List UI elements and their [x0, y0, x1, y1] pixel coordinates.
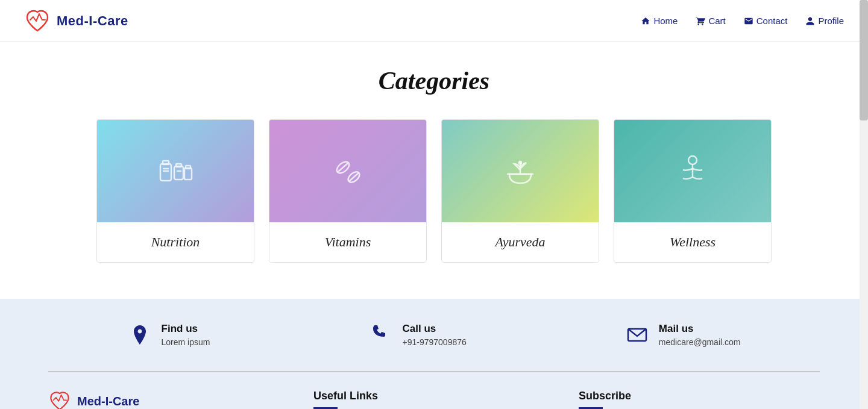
footer-links-col: Useful Links Home About Services Portfol… — [313, 390, 555, 409]
logo-link[interactable]: Med-I-Care — [24, 8, 128, 34]
scrollbar-thumb[interactable] — [860, 0, 868, 120]
category-card-vitamins[interactable]: Vitamins — [269, 119, 427, 263]
contact-callus: Call us +91-9797009876 — [369, 323, 467, 347]
location-icon — [128, 323, 152, 347]
svg-rect-2 — [174, 166, 183, 180]
vitamins-label: Vitamins — [269, 222, 426, 262]
svg-rect-4 — [184, 168, 192, 180]
logo-icon — [24, 8, 51, 34]
phone-icon — [369, 323, 393, 347]
categories-title: Categories — [96, 66, 772, 95]
category-image-ayurveda — [442, 120, 599, 222]
nutrition-label: Nutrition — [97, 222, 254, 262]
category-card-wellness[interactable]: Wellness — [614, 119, 772, 263]
svg-point-15 — [688, 156, 697, 164]
wellness-icon — [668, 147, 717, 195]
footer-logo-icon — [48, 390, 71, 409]
vitamins-icon — [324, 147, 372, 195]
nav-link-home[interactable]: Home — [641, 16, 678, 26]
user-icon — [805, 16, 815, 26]
findus-text: Find us Lorem ipsum — [162, 323, 210, 347]
footer: Med-I-Care Lorem ipsum dolor sit amet, c… — [0, 372, 868, 409]
home-icon — [641, 16, 650, 26]
nav-links: Home Cart Contact Profile — [641, 16, 844, 26]
nav-item-home[interactable]: Home — [641, 16, 678, 26]
footer-subscribe: Subscribe Don't miss to subscribe to our… — [579, 390, 820, 409]
categories-grid: Nutrition Vitamins — [96, 119, 772, 263]
nav-item-cart[interactable]: Cart — [696, 16, 725, 26]
scrollbar-track[interactable] — [860, 0, 868, 409]
category-card-nutrition[interactable]: Nutrition — [96, 119, 254, 263]
findus-detail: Lorem ipsum — [162, 337, 210, 347]
cart-icon — [696, 16, 705, 26]
nav-item-profile[interactable]: Profile — [805, 16, 844, 26]
contact-mailus: Mail us medicare@gmail.com — [625, 323, 741, 347]
mailus-text: Mail us medicare@gmail.com — [659, 323, 741, 347]
category-image-nutrition — [97, 120, 254, 222]
ayurveda-icon — [496, 147, 544, 195]
ayurveda-label: Ayurveda — [442, 222, 599, 262]
category-card-ayurveda[interactable]: Ayurveda — [441, 119, 599, 263]
footer-logo-text: Med-I-Care — [77, 395, 139, 408]
mail-icon — [744, 16, 753, 26]
footer-logo-row: Med-I-Care — [48, 390, 289, 409]
callus-text: Call us +91-9797009876 — [403, 323, 467, 347]
svg-rect-0 — [160, 164, 171, 181]
wellness-label: Wellness — [614, 222, 771, 262]
callus-detail: +91-9797009876 — [403, 337, 467, 347]
category-image-wellness — [614, 120, 771, 222]
nav-link-cart[interactable]: Cart — [696, 16, 725, 26]
logo-text: Med-I-Care — [57, 13, 128, 29]
svg-rect-1 — [163, 161, 169, 164]
callus-title: Call us — [403, 323, 467, 335]
contact-bar: Find us Lorem ipsum Call us +91-97970098… — [0, 299, 868, 371]
footer-logo-area: Med-I-Care Lorem ipsum dolor sit amet, c… — [48, 390, 289, 409]
mailus-detail: medicare@gmail.com — [659, 337, 741, 347]
main-content: Categories Nutrition — [0, 42, 868, 299]
mailus-title: Mail us — [659, 323, 741, 335]
category-image-vitamins — [269, 120, 426, 222]
svg-rect-5 — [186, 166, 190, 169]
nav-item-contact[interactable]: Contact — [744, 16, 788, 26]
envelope-icon — [625, 323, 649, 347]
findus-title: Find us — [162, 323, 210, 335]
svg-rect-3 — [176, 164, 181, 167]
subscribe-title: Subscribe — [579, 390, 820, 402]
useful-links-title: Useful Links — [313, 390, 555, 402]
svg-point-14 — [519, 161, 521, 164]
navbar: Med-I-Care Home Cart Contact Profile — [0, 0, 868, 42]
nutrition-icon — [151, 147, 200, 195]
nav-link-contact[interactable]: Contact — [744, 16, 788, 26]
contact-findus: Find us Lorem ipsum — [128, 323, 210, 347]
nav-link-profile[interactable]: Profile — [805, 16, 844, 26]
